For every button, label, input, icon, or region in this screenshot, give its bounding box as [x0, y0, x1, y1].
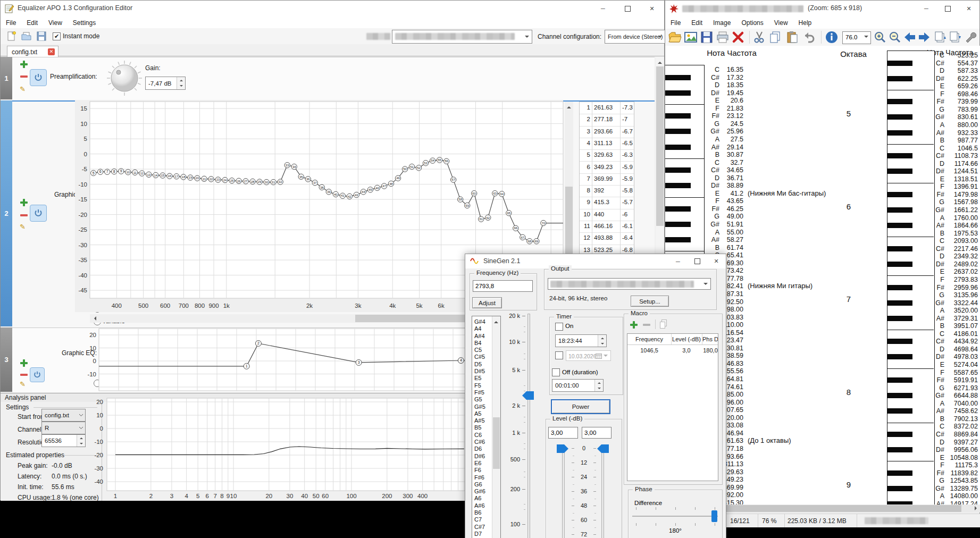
menu-edit[interactable]: Edit — [21, 16, 43, 28]
gain-spinner[interactable]: -7,47 dB — [145, 77, 186, 90]
save-file-icon[interactable] — [36, 30, 47, 42]
eq-band-marker[interactable]: 5 — [90, 170, 96, 175]
band-table-row[interactable]: 9415.3-5.7 — [580, 197, 634, 209]
scroll-right-icon[interactable] — [975, 506, 979, 510]
open-file-icon[interactable] — [21, 30, 32, 42]
eq-band-marker[interactable]: 49 — [395, 175, 400, 181]
eq-band-marker[interactable]: 46 — [374, 185, 380, 190]
eq-band-marker[interactable]: 14 — [153, 172, 158, 178]
scroll-up-icon[interactable] — [567, 104, 571, 108]
macro-column-header[interactable]: Phs D — [702, 334, 718, 345]
eq-band-marker[interactable]: 11 — [132, 170, 138, 175]
note-list-scrollbar[interactable] — [492, 316, 500, 538]
info-icon[interactable] — [825, 30, 839, 44]
eq-band-marker[interactable]: 68 — [527, 239, 532, 244]
eq-band-marker[interactable]: 67 — [520, 234, 525, 240]
level-left-slider-track[interactable] — [562, 445, 565, 538]
eq-band-marker[interactable]: 1 — [244, 363, 249, 369]
eq-band-marker[interactable]: 44 — [361, 189, 366, 195]
start-time-spinner[interactable]: 18:23:44 — [555, 334, 607, 347]
first-page-icon[interactable] — [934, 30, 948, 44]
freq-slider-track[interactable] — [527, 314, 530, 538]
level-right-slider-track[interactable] — [601, 445, 604, 538]
edit-icon[interactable]: ✎ — [20, 223, 26, 231]
eq-band-marker[interactable]: 26 — [236, 178, 241, 183]
eq-band-marker[interactable]: 69 — [534, 239, 539, 244]
menu-help[interactable]: Help — [793, 16, 817, 29]
section-2-tab[interactable]: 2 — [1, 100, 12, 326]
eq-band-marker[interactable]: 55 — [437, 157, 442, 163]
duration-spinner[interactable]: 00:01:00 — [552, 379, 604, 392]
date-field[interactable]: 10.03.2026 — [566, 350, 611, 361]
level-right-input[interactable]: 3,00 — [582, 427, 612, 439]
band-table-row[interactable]: 7369.99-5.9 — [580, 173, 634, 186]
menu-options[interactable]: Options — [736, 16, 768, 29]
undo-icon[interactable] — [802, 30, 816, 44]
band-table-row[interactable]: 10440-6 — [580, 209, 634, 221]
band-table-row[interactable]: 1261.63-7.3 — [580, 102, 634, 114]
band-table-row[interactable]: 8392-5.8 — [580, 185, 634, 197]
setup-button[interactable]: Setup... — [631, 296, 669, 307]
eq-band-marker[interactable]: 13 — [146, 172, 152, 177]
eq-band-marker[interactable]: 27 — [243, 179, 248, 184]
band-table-row[interactable]: 6349.23-5.9 — [580, 162, 634, 174]
power-toggle-button[interactable] — [30, 69, 47, 86]
save-icon[interactable] — [700, 30, 714, 44]
maximize-button[interactable] — [615, 1, 640, 16]
eq-band-marker[interactable]: 57 — [450, 177, 456, 182]
power-toggle-button[interactable] — [30, 367, 45, 382]
eq-band-marker[interactable]: 36 — [305, 176, 311, 182]
eq-band-marker[interactable]: 22 — [208, 176, 214, 182]
eq-band-marker[interactable]: 61 — [479, 216, 484, 222]
add-filter-button[interactable] — [20, 60, 28, 69]
paste-icon[interactable] — [785, 30, 799, 44]
section-3-tab[interactable]: 3 — [1, 327, 12, 392]
eq-band-marker[interactable]: 60 — [472, 191, 477, 196]
close-button[interactable]: ✕ — [640, 1, 664, 16]
eqapo-titlebar[interactable]: Equalizer APO 1.3 Configuration Editor ─… — [1, 1, 664, 16]
note-list-item[interactable]: C#7 — [473, 524, 492, 531]
add-filter-button[interactable] — [20, 198, 28, 207]
zoom-level-combo[interactable]: 76.0 — [842, 31, 871, 44]
macro-cell[interactable]: 1046,5 — [627, 345, 671, 356]
eq-band-marker[interactable]: 15 — [160, 173, 165, 178]
eq-band-marker[interactable]: 43 — [354, 192, 359, 197]
eq-band-marker[interactable]: 34 — [291, 164, 297, 169]
next-image-icon[interactable] — [917, 30, 931, 44]
close-button[interactable]: ✕ — [707, 254, 726, 268]
eq-band-marker[interactable]: 42 — [347, 194, 352, 199]
close-button[interactable]: ✕ — [958, 1, 979, 16]
note-list-item[interactable]: B5 — [473, 424, 492, 431]
tab-config-txt[interactable]: config.txt ✕ — [7, 46, 58, 57]
eq-band-marker[interactable]: 17 — [174, 174, 179, 179]
scroll-left-icon[interactable] — [92, 316, 96, 321]
level-left-input[interactable]: 3,00 — [548, 427, 578, 439]
freq-slider-thumb[interactable] — [522, 391, 534, 400]
eq-band-marker[interactable]: 37 — [312, 180, 317, 186]
macro-cell[interactable]: 3,0 — [671, 345, 702, 356]
eq-band-marker[interactable]: 12 — [139, 171, 145, 176]
eq-band-marker[interactable]: 59 — [464, 203, 470, 208]
phase-slider-track[interactable] — [632, 516, 718, 517]
properties-wrench-icon[interactable] — [964, 30, 978, 44]
previous-image-icon[interactable] — [903, 30, 917, 44]
minimize-button[interactable]: ─ — [591, 1, 615, 16]
eq-band-marker[interactable]: 19 — [188, 175, 193, 180]
band-table-row[interactable]: 4311.13-6.5 — [580, 138, 634, 150]
gain-knob[interactable] — [104, 57, 145, 99]
eq-band-marker[interactable]: 40 — [333, 191, 338, 197]
date-checkbox[interactable] — [555, 351, 563, 359]
macro-add-button[interactable] — [630, 321, 638, 329]
eq-band-marker[interactable]: 64 — [499, 191, 505, 197]
eq-band-marker[interactable]: 53 — [423, 161, 428, 166]
eq-band-marker[interactable]: 23 — [215, 177, 221, 182]
power-button[interactable]: Power — [551, 399, 610, 414]
eq-band-marker[interactable]: 33 — [284, 162, 290, 167]
note-list-item[interactable]: F#6 — [473, 474, 492, 481]
open-folder-icon[interactable] — [668, 30, 682, 44]
macro-column-header[interactable]: Level (-dB) — [671, 334, 702, 345]
note-list-item[interactable]: F6 — [473, 467, 492, 474]
eq-band-marker[interactable]: 54 — [430, 158, 435, 163]
note-list-item[interactable]: C#5 — [473, 354, 492, 360]
eq-band-marker[interactable]: 66 — [513, 225, 518, 231]
